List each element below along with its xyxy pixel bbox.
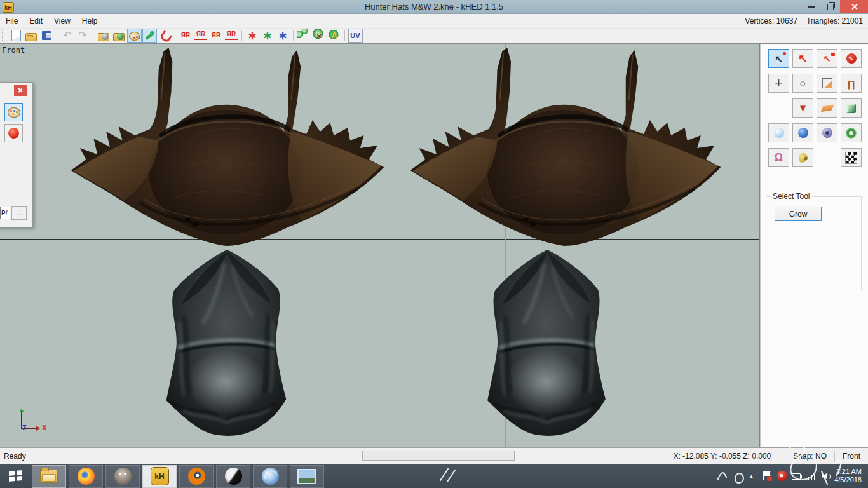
flip-horizontal-red-icon: ЯR	[210, 29, 222, 42]
create-cap-icon	[797, 152, 808, 163]
create-sphere-smooth-button[interactable]	[768, 123, 789, 142]
delete-object-icon: ×	[313, 29, 325, 42]
mirror-tool-button[interactable]: ∏	[841, 74, 862, 93]
select-vertices-button[interactable]: ↖	[768, 49, 789, 68]
create-face-button[interactable]	[817, 98, 837, 118]
create-goblet-button[interactable]: Ω	[768, 148, 789, 167]
save-file-button[interactable]	[39, 29, 54, 43]
texture-path-input[interactable]	[0, 207, 10, 219]
mask-model-right[interactable]	[466, 247, 628, 440]
close-icon	[18, 88, 23, 93]
gimp-button[interactable]	[105, 465, 140, 488]
create-sphere-button[interactable]	[792, 123, 813, 142]
delete-object-button[interactable]: ×	[312, 29, 327, 43]
new-file-button[interactable]	[9, 29, 24, 43]
scale-tool-button[interactable]	[817, 74, 837, 93]
uv-editor-button[interactable]: UV	[348, 29, 363, 43]
taskbar-apps: kH	[32, 464, 324, 488]
tool-options-icon	[143, 29, 156, 42]
rename-object-button[interactable]: A	[327, 29, 342, 43]
redo-button[interactable]: ↷	[76, 29, 90, 43]
flip-horizontal-button[interactable]: ЯR	[179, 29, 193, 43]
red-sphere-button[interactable]	[4, 124, 23, 142]
open-file-button[interactable]	[24, 29, 39, 43]
status-view[interactable]: Front	[834, 451, 868, 462]
rotate-tool-icon: ○	[799, 78, 806, 89]
menu-view[interactable]: View	[48, 14, 76, 28]
flip-vertical-button[interactable]: ЯR	[194, 29, 208, 43]
toolbar-separator	[241, 30, 242, 41]
rename-object-icon: A	[328, 29, 341, 42]
close-button[interactable]	[840, 0, 868, 13]
tool-grid-spacer	[817, 148, 837, 167]
hat-model-right[interactable]	[404, 44, 727, 250]
menu-file[interactable]: File	[0, 14, 24, 28]
network-icon[interactable]	[808, 472, 817, 480]
toolbar-separator	[293, 30, 294, 41]
mask-model-left[interactable]	[145, 247, 309, 440]
select-objects-button[interactable]: ↖	[841, 49, 862, 68]
toolbar-grip[interactable]	[2, 30, 6, 41]
group-objects-button[interactable]	[297, 29, 311, 43]
hat-model-left[interactable]	[65, 44, 390, 250]
taskbar-clock[interactable]: 3:21 AM 4/5/2018	[832, 468, 868, 484]
create-torus-icon	[846, 128, 856, 138]
materials-panel-titlebar[interactable]	[0, 83, 32, 98]
sphere-app-button[interactable]	[216, 465, 250, 488]
materials-panel: ...	[0, 82, 33, 227]
firefox-button[interactable]	[69, 465, 103, 488]
import-model-button[interactable]	[97, 29, 111, 43]
move-tool-button[interactable]: +	[768, 74, 789, 93]
materials-panel-close-button[interactable]	[14, 85, 27, 96]
status-snap[interactable]: Snap: NO	[785, 451, 834, 462]
grow-button[interactable]: Grow	[775, 207, 822, 221]
app-icon: kH	[3, 2, 14, 13]
create-cap-button[interactable]	[792, 148, 813, 167]
file-explorer-button[interactable]	[32, 465, 66, 488]
shell-app-button[interactable]	[253, 465, 287, 488]
create-torus-button[interactable]	[841, 123, 862, 142]
flip-horizontal-red-button[interactable]: ЯR	[209, 29, 224, 43]
weld-x-button[interactable]: ∗	[245, 29, 260, 43]
palette-button[interactable]	[4, 103, 23, 121]
undo-icon: ↶	[61, 29, 74, 42]
image-viewer-button[interactable]	[290, 465, 324, 488]
khed-button[interactable]: kH	[142, 465, 177, 488]
create-cube-button[interactable]	[841, 98, 862, 118]
material-editor-button[interactable]	[127, 29, 142, 43]
restore-button[interactable]	[821, 0, 840, 13]
menu-edit[interactable]: Edit	[24, 14, 48, 28]
texture-checker-button[interactable]	[841, 148, 862, 167]
blender-button[interactable]	[179, 465, 214, 488]
viewport-front[interactable]: Front Z X	[0, 44, 760, 447]
weld-y-button[interactable]: ∗	[261, 29, 275, 43]
rotate-tool-button[interactable]: ○	[792, 74, 813, 93]
menu-help[interactable]: Help	[76, 14, 104, 28]
statusbar: Ready X: -12.085 Y: -0.055 Z: 0.000 Snap…	[0, 447, 868, 464]
axis-x-label: X	[42, 424, 46, 431]
volume-icon[interactable]	[822, 472, 831, 480]
action-center-icon[interactable]	[761, 471, 773, 481]
toolbar-separator	[344, 30, 345, 41]
select-faces-button[interactable]: ↖	[817, 49, 837, 68]
weld-z-button[interactable]: ∗	[276, 29, 290, 43]
power-icon[interactable]	[792, 471, 803, 481]
undo-button[interactable]: ↶	[60, 29, 75, 43]
create-vertex-button[interactable]: ▾	[792, 98, 813, 118]
browse-button[interactable]: ...	[11, 206, 27, 220]
tool-options-button[interactable]	[142, 29, 157, 43]
export-model-button[interactable]	[112, 29, 126, 43]
antivirus-icon[interactable]	[777, 471, 787, 481]
magnet-snap-button[interactable]	[158, 29, 172, 43]
image-viewer-icon	[297, 469, 316, 484]
titlebar: kH Hunter Hats M&W 2.khe - kHED 1.1.5	[0, 0, 868, 14]
select-edges-button[interactable]: ↖	[792, 49, 813, 68]
select-faces-icon: ↖	[824, 54, 831, 63]
group-objects-icon	[297, 29, 310, 42]
start-button[interactable]	[0, 464, 31, 488]
flip-vertical-red-button[interactable]: ЯR	[224, 29, 239, 43]
create-geosphere-button[interactable]	[817, 123, 837, 142]
minimize-button[interactable]	[802, 0, 821, 13]
hidden-icons-icon[interactable]: ▴	[745, 471, 757, 481]
toolbar: ↶↷ЯRЯRЯRЯR∗∗∗×AUV	[0, 28, 868, 43]
